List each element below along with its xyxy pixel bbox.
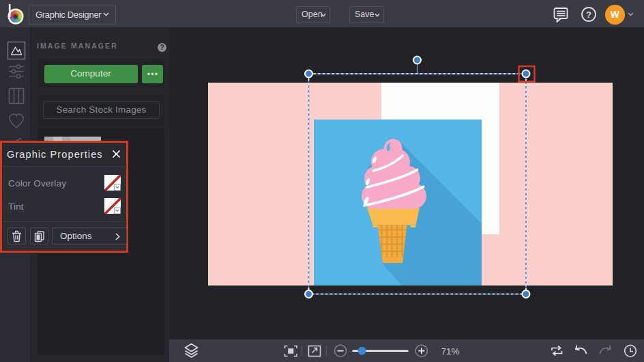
svg-text:71%: 71% [441,346,459,357]
svg-text:?: ? [586,10,591,20]
